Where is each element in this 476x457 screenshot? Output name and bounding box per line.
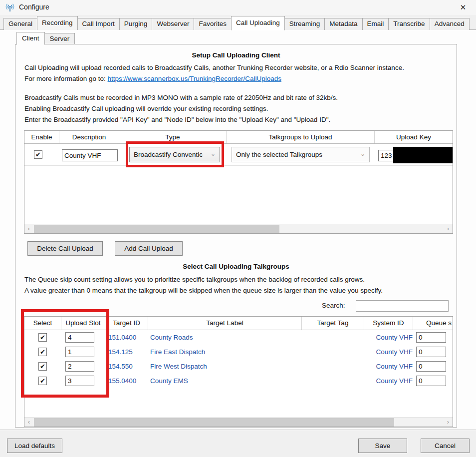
talkgroups-table-header: Select Upload Slot Target ID Target Labe… [24, 317, 453, 330]
add-call-upload-button[interactable]: Add Call Upload [115, 241, 183, 256]
intro-line-2-label: For more information go to: [24, 75, 108, 82]
queue-skip-input[interactable] [416, 332, 446, 343]
tab-streaming[interactable]: Streaming [284, 18, 325, 30]
target-label-cell: County Roads [150, 334, 193, 341]
tab-purging[interactable]: Purging [119, 18, 153, 30]
col-header-upload-key: Upload Key [375, 131, 453, 143]
target-id-cell: 154.125 [108, 348, 133, 356]
search-label: Search: [322, 302, 345, 309]
system-id-cell: County VHF [369, 377, 413, 385]
col-header-description: Description [59, 131, 119, 143]
col-header-system-id: System ID [364, 317, 413, 330]
search-input[interactable] [356, 300, 449, 312]
call-uploading-page: Client Server Setup Call Uploading Clien… [0, 30, 476, 430]
call-upload-row: ✔ Broadcastify Conventic ⌄ Only the sele… [24, 144, 453, 166]
scrollbar-thumb[interactable] [34, 418, 394, 427]
client-panel: Setup Call Uploading Client Call Uploadi… [15, 44, 457, 428]
target-id-cell: 154.550 [108, 363, 133, 370]
uploads-table-hscrollbar[interactable]: ‹ › [24, 224, 453, 233]
target-label-cell: County EMS [150, 377, 188, 385]
col-header-queue-skip: Queue s [413, 317, 453, 330]
talkgroup-row: ✔ 154.125 Fire East Dispatch County VHF [24, 345, 453, 359]
setup-client-heading: Setup Call Uploading Client [15, 51, 457, 59]
call-uploads-table-header: Enable Description Type Talkgroups to Up… [24, 131, 453, 144]
queue-desc-line-2: A value greater than 0 means that the ta… [24, 287, 383, 294]
target-id-cell: 155.0400 [108, 377, 136, 385]
select-checkbox[interactable]: ✔ [38, 377, 47, 385]
system-id-cell: County VHF [369, 334, 413, 341]
tab-transcribe[interactable]: Transcribe [388, 18, 430, 30]
system-id-cell: County VHF [369, 363, 413, 370]
col-header-talkgroups: Talkgroups to Upload [227, 131, 375, 143]
col-header-upload-slot: Upload Slot [61, 317, 105, 330]
tab-advanced[interactable]: Advanced [430, 18, 470, 30]
queue-desc-line-1: The Queue skip count setting allows you … [24, 276, 365, 283]
note-line-1: Broadcastify Calls must be recorded in M… [24, 94, 338, 101]
target-label-cell: Fire West Dispatch [150, 363, 207, 370]
upload-slot-input[interactable] [65, 361, 94, 372]
cancel-button[interactable]: Cancel [421, 439, 470, 453]
note-line-3: Enter the Broadcastify provided "API Key… [24, 116, 330, 123]
chevron-down-icon: ⌄ [211, 150, 216, 157]
scrollbar-thumb[interactable] [34, 225, 279, 233]
col-header-enable: Enable [24, 131, 59, 143]
select-checkbox[interactable]: ✔ [38, 362, 47, 371]
talkgroups-table: Select Upload Slot Target ID Target Labe… [24, 316, 453, 427]
queue-skip-input[interactable] [416, 347, 446, 357]
upload-slot-input[interactable] [65, 332, 94, 343]
call-uploads-table: Enable Description Type Talkgroups to Up… [24, 130, 453, 234]
scroll-right-icon[interactable]: › [444, 224, 453, 234]
description-input[interactable] [62, 149, 118, 161]
col-header-type: Type [119, 131, 227, 143]
target-label-cell: Fire East Dispatch [150, 348, 205, 356]
tab-call-import[interactable]: Call Import [77, 18, 120, 30]
tab-webserver[interactable]: Webserver [152, 18, 194, 30]
configure-dialog: Configure ✕ General Recording Call Impor… [0, 0, 476, 457]
main-tab-strip: General Recording Call Import Purging We… [0, 15, 476, 30]
intro-line-2: For more information go to: https://www.… [24, 75, 281, 82]
tab-recording[interactable]: Recording [37, 16, 78, 30]
queue-skip-input[interactable] [416, 361, 446, 372]
tab-favorites[interactable]: Favorites [194, 18, 232, 30]
subtab-server[interactable]: Server [44, 33, 75, 44]
talkgroup-row: ✔ 155.0400 County EMS County VHF [24, 374, 453, 388]
col-header-target-label: Target Label [148, 317, 302, 330]
delete-call-upload-button[interactable]: Delete Call Upload [27, 241, 103, 256]
select-checkbox[interactable]: ✔ [38, 348, 47, 356]
select-talkgroups-heading: Select Call Uploading Talkgroups [15, 263, 457, 270]
load-defaults-button[interactable]: Load defaults [7, 439, 62, 453]
system-id-cell: County VHF [369, 348, 413, 356]
upload-slot-input[interactable] [65, 347, 94, 357]
intro-line-1: Call Uploading will upload recorded call… [24, 64, 404, 71]
dialog-button-bar: Load defaults Save Cancel [0, 431, 476, 457]
close-icon[interactable]: ✕ [456, 1, 470, 13]
col-header-target-id: Target ID [105, 317, 148, 330]
title-bar: Configure ✕ [0, 0, 476, 15]
target-id-cell: 151.0400 [108, 334, 136, 341]
talkgroups-dropdown-value: Only the selected Talkgroups [236, 151, 358, 158]
save-button[interactable]: Save [358, 439, 407, 453]
talkgroups-to-upload-dropdown[interactable]: Only the selected Talkgroups ⌄ [232, 147, 370, 162]
tab-general[interactable]: General [3, 18, 37, 30]
queue-skip-input[interactable] [416, 376, 446, 386]
scroll-left-icon[interactable]: ‹ [24, 224, 33, 234]
note-line-2: Enabling Broadcastify Call uploading wil… [24, 105, 268, 112]
talkgroups-table-hscrollbar[interactable]: ‹ › [24, 417, 453, 427]
scroll-left-icon[interactable]: ‹ [24, 418, 33, 427]
tab-call-uploading[interactable]: Call Uploading [231, 16, 285, 30]
select-checkbox[interactable]: ✔ [38, 333, 47, 342]
tab-email[interactable]: Email [362, 18, 389, 30]
type-dropdown[interactable]: Broadcastify Conventic ⌄ [129, 147, 220, 162]
talkgroup-row: ✔ 154.550 Fire West Dispatch County VHF [24, 359, 453, 374]
redaction-overlay [393, 147, 453, 163]
col-header-target-tag: Target Tag [302, 317, 364, 330]
window-title: Configure [19, 3, 49, 11]
enable-checkbox[interactable]: ✔ [34, 150, 42, 159]
upload-slot-input[interactable] [65, 376, 94, 386]
call-uploads-link[interactable]: https://www.scannerbox.us/TrunkingRecord… [108, 75, 281, 82]
radio-antenna-icon [5, 2, 15, 12]
subtab-client[interactable]: Client [16, 32, 45, 45]
tab-metadata[interactable]: Metadata [324, 18, 362, 30]
scroll-right-icon[interactable]: › [444, 418, 453, 427]
col-header-select: Select [24, 317, 61, 330]
